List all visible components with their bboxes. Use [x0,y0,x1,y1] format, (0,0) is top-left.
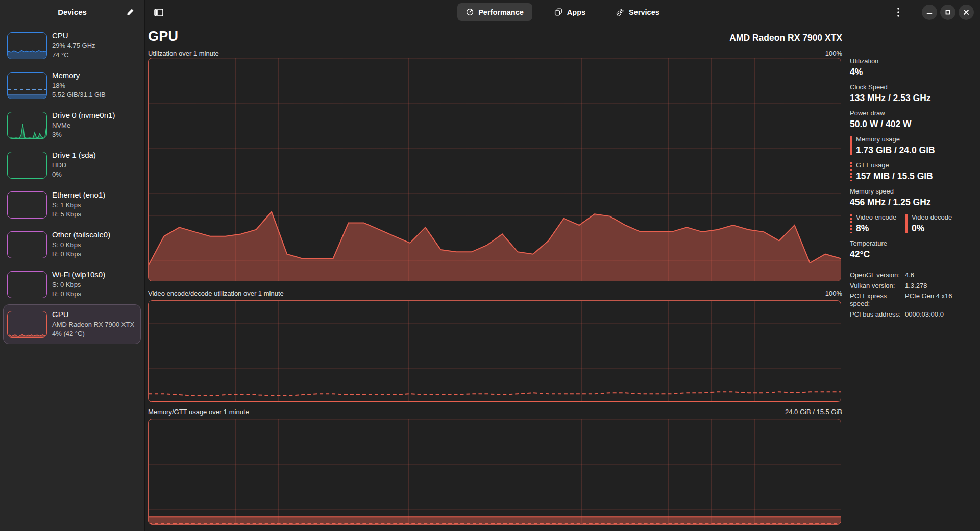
sidebar-item-memory[interactable]: Memory 18% 5.52 GiB/31.1 GiB [3,65,141,105]
device-thumbnail [7,152,47,179]
info-label: PCI bus address: [850,310,905,318]
stat-value: 456 MHz / 1.25 GHz [850,197,931,208]
info-row: PCI Express speed:PCIe Gen 4 x16 [850,292,977,307]
edit-devices-button[interactable] [124,6,136,18]
stat-row: Clock Speed133 MHz / 2.53 GHz [850,83,975,104]
stat-row: Memory speed456 MHz / 1.25 GHz [850,187,975,208]
stat-label: Clock Speed [850,83,931,91]
info-label: Vulkan version: [850,282,905,289]
utilization-chart-max-label: 100% [825,50,842,57]
device-title: GPU [52,310,134,319]
device-thumbnail [7,231,47,258]
sidebar-header: Devices [0,0,144,24]
stat-label: Memory speed [850,187,931,195]
sidebar-item-drive1[interactable]: Drive 1 (sda) HDD 0% [3,145,141,185]
device-sparkline [8,152,46,178]
apps-windows-icon [554,8,562,16]
device-line3: 74 °C [52,51,95,60]
device-thumbnail [7,112,47,139]
stat-value: 4% [850,67,878,78]
device-sparkline [8,311,46,337]
video-chart-plot [149,301,841,402]
sidebar-item-drive0[interactable]: Drive 0 (nvme0n1) NVMe 3% [3,105,141,145]
pencil-icon [126,8,134,16]
device-thumbnail [7,191,47,219]
memory-chart-plot [149,419,841,524]
device-sparkline [8,33,46,59]
stat-label: Video encode [856,213,905,221]
stat-row: Temperature42°C [850,239,975,260]
maximize-button[interactable] [940,5,955,20]
device-line3: R: 0 Kbps [52,250,110,259]
stat-value: 157 MiB / 15.5 GiB [856,171,933,182]
kebab-menu-icon [897,8,899,17]
sidebar-item-other[interactable]: Other (tailscale0) S: 0 Kbps R: 0 Kbps [3,225,141,264]
stat-utilization: Utilization4% [850,57,878,78]
stat-label: Video decode [912,213,961,221]
device-sparkline [8,272,46,298]
stat-row: Power draw50.0 W / 402 W [850,109,975,130]
maximize-icon [945,9,951,15]
device-sparkline [8,232,46,258]
minimize-button[interactable] [922,5,937,20]
utilization-chart-title: Utilization over 1 minute [148,50,219,57]
mission-center-window: Devices CPU 29% 4.75 GHz 74 °C Memory [0,0,980,531]
stat-value: 133 MHz / 2.53 GHz [850,93,931,104]
sidebar-item-wifi[interactable]: Wi-Fi (wlp10s0) S: 0 Kbps R: 0 Kbps [3,264,141,304]
sidebar-item-cpu[interactable]: CPU 29% 4.75 GHz 74 °C [3,26,141,65]
page-title: GPU [148,29,178,44]
device-line2: 29% 4.75 GHz [52,41,95,51]
view-tabs: Performance Apps Services [145,3,980,21]
device-title: Drive 1 (sda) [52,151,96,159]
device-line2: S: 1 Kbps [52,201,105,210]
device-thumbnail [7,311,47,338]
gpu-stats-panel: Utilization4%Clock Speed133 MHz / 2.53 G… [850,57,975,266]
headerbar: Performance Apps Services [145,0,980,24]
device-thumbnail [7,271,47,298]
stat-label: Power draw [850,109,912,117]
sidebar-title: Devices [58,8,87,16]
stat-row: Utilization4% [850,57,975,78]
stat-row: Video encode8%Video decode0% [850,213,975,234]
device-line3: 0% [52,170,96,179]
stat-value: 0% [912,223,961,234]
main-menu-button[interactable] [891,5,905,19]
video-encode-decode-chart [148,300,841,402]
info-row: PCI bus address:0000:03:00.0 [850,310,977,318]
stat-memory-speed: Memory speed456 MHz / 1.25 GHz [850,187,931,208]
gpu-device-name: AMD Radeon RX 7900 XTX [729,33,842,43]
device-line2: 18% [52,81,106,90]
device-line2: S: 0 Kbps [52,240,110,250]
info-value: 0000:03:00.0 [905,310,944,318]
close-button[interactable] [959,5,974,20]
stat-power-draw: Power draw50.0 W / 402 W [850,109,912,130]
sidebar-item-ethernet[interactable]: Ethernet (eno1) S: 1 Kbps R: 5 Kbps [3,185,141,225]
sidebar-item-gpu[interactable]: GPU AMD Radeon RX 7900 XTX 4% (42 °C) [3,304,141,344]
device-line2: HDD [52,161,96,170]
speedometer-icon [466,8,474,16]
device-line2: S: 0 Kbps [52,280,105,289]
stat-memory-usage: Memory usage1.73 GiB / 24.0 GiB [850,135,935,156]
tab-performance[interactable]: Performance [457,3,532,21]
stat-label: Memory usage [856,135,935,143]
devices-sidebar: Devices CPU 29% 4.75 GHz 74 °C Memory [0,0,145,531]
stat-value: 50.0 W / 402 W [850,119,912,130]
stat-gtt-usage: GTT usage157 MiB / 15.5 GiB [850,161,933,182]
stat-clock-speed: Clock Speed133 MHz / 2.53 GHz [850,83,931,104]
device-list: CPU 29% 4.75 GHz 74 °C Memory 18% 5.52 G… [0,26,144,344]
minimize-icon [926,9,933,15]
device-line3: R: 0 Kbps [52,289,105,299]
close-icon [963,9,969,15]
stat-label: Temperature [850,239,887,247]
tab-services[interactable]: Services [607,3,668,21]
stat-value: 8% [856,223,905,234]
device-line2: AMD Radeon RX 7900 XTX [52,320,134,329]
device-line2: NVMe [52,121,115,130]
tab-apps[interactable]: Apps [546,3,594,21]
device-line3: 5.52 GiB/31.1 GiB [52,90,106,100]
info-row: OpenGL version:4.6 [850,271,977,279]
stat-value: 1.73 GiB / 24.0 GiB [856,145,935,156]
services-gears-icon [616,8,624,16]
info-value: PCIe Gen 4 x16 [905,292,952,307]
device-line3: 4% (42 °C) [52,329,134,339]
